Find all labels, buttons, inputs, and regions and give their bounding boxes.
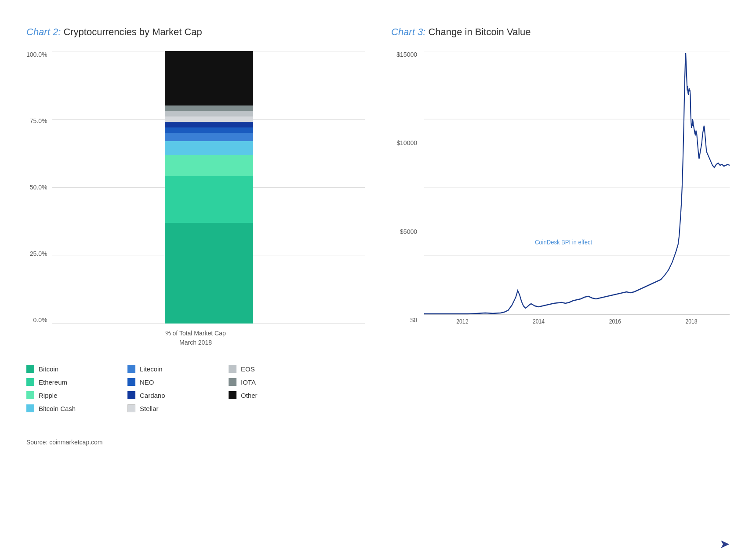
bar-segment-iota [165, 105, 253, 111]
x-label-2014: 2014 [533, 318, 545, 324]
legend-label-litecoin: Litecoin [140, 365, 163, 373]
y-label-10000: $10000 [391, 139, 417, 146]
legend-color-other [229, 391, 236, 399]
y-label-0: 0.0% [26, 316, 47, 324]
legend-item-cardano: Cardano [127, 391, 215, 399]
legend-item-bitcoin: Bitcoin [26, 365, 114, 373]
y-label-0: $0 [391, 316, 417, 324]
line-chart-inner: $15000 $10000 $5000 $0 [391, 51, 730, 324]
legend-color-stellar [127, 404, 135, 412]
legend-label-ethereum: Ethereum [39, 378, 67, 386]
bar-segment-bitcoin-cash [165, 141, 253, 155]
bar-y-axis: 100.0% 75.0% 50.0% 25.0% 0.0% [26, 51, 52, 324]
legend-color-ripple [26, 391, 34, 399]
chart2-label-num: Chart 2: [26, 26, 61, 37]
bar-segment-bitcoin [165, 223, 253, 324]
bar-segment-stellar [165, 116, 253, 122]
chart2-section: Chart 2: Cryptocurrencies by Market Cap … [26, 26, 365, 412]
x-label-2018: 2018 [686, 318, 698, 324]
x-label-2012: 2012 [456, 318, 468, 324]
legend-label-neo: NEO [140, 378, 154, 386]
legend-item-eos: EOS [229, 365, 316, 373]
legend-label-stellar: Stellar [140, 405, 159, 412]
legend-color-eos [229, 365, 236, 373]
legend-color-neo [127, 378, 135, 386]
chart2-title: Chart 2: Cryptocurrencies by Market Cap [26, 26, 365, 38]
legend-label-ripple: Ripple [39, 392, 58, 399]
legend-color-bitcoin [26, 365, 34, 373]
legend-item-ethereum: Ethereum [26, 378, 114, 386]
legend-label-other: Other [241, 392, 258, 399]
legend-item-litecoin: Litecoin [127, 365, 215, 373]
bar-segment-neo [165, 127, 253, 133]
line-y-axis: $15000 $10000 $5000 $0 [391, 51, 424, 324]
legend-item-stellar: Stellar [127, 404, 215, 412]
chart3-title: Chart 3: Change in Bitcoin Value [391, 26, 730, 38]
legend-label-iota: IOTA [241, 378, 256, 386]
source-text: Source: coinmarketcap.com [26, 439, 730, 446]
legend-color-bitcoin-cash [26, 404, 34, 412]
legend-color-cardano [127, 391, 135, 399]
coindesk-label-text: CoinDesk BPI in effect [535, 238, 592, 246]
legend-label-bitcoin: Bitcoin [39, 365, 58, 373]
legend-item-ripple: Ripple [26, 391, 114, 399]
line-chart-svg-area: CoinDesk BPI in effect 2012 2014 2016 20… [424, 51, 730, 324]
chart3-label-num: Chart 3: [391, 26, 425, 37]
legend-label-eos: EOS [241, 365, 255, 373]
legend-item-bitcoin-cash: Bitcoin Cash [26, 404, 114, 412]
watermark: ➤ [720, 537, 730, 551]
y-label-75: 75.0% [26, 117, 47, 124]
bar-segment-ethereum [165, 176, 253, 222]
stacked-bar [165, 51, 253, 324]
legend-label-bitcoin-cash: Bitcoin Cash [39, 405, 76, 412]
legend-color-iota [229, 378, 236, 386]
bitcoin-price-line [424, 53, 730, 314]
bar-chart-area: 100.0% 75.0% 50.0% 25.0% 0.0% [26, 51, 365, 324]
legend-item-other: Other [229, 391, 316, 399]
line-chart-svg: CoinDesk BPI in effect 2012 2014 2016 20… [424, 51, 730, 324]
chart2-label-text: Cryptocurrencies by Market Cap [63, 26, 202, 37]
bar-segment-ripple [165, 155, 253, 177]
chart3-section: Chart 3: Change in Bitcoin Value $15000 … [391, 26, 730, 412]
legend: BitcoinLitecoinEOSEthereumNEOIOTARippleC… [26, 365, 365, 412]
bar-chart-inner [52, 51, 365, 324]
legend-item-iota: IOTA [229, 378, 316, 386]
bar-x-label: % of Total Market Cap March 2018 [26, 329, 365, 347]
bar-segment-cardano [165, 122, 253, 127]
charts-container: Chart 2: Cryptocurrencies by Market Cap … [26, 26, 730, 412]
legend-color-ethereum [26, 378, 34, 386]
y-label-50: 50.0% [26, 184, 47, 191]
legend-item-neo: NEO [127, 378, 215, 386]
legend-label-cardano: Cardano [140, 392, 165, 399]
y-label-15000: $15000 [391, 51, 417, 58]
y-label-5000: $5000 [391, 228, 417, 235]
y-label-100: 100.0% [26, 51, 47, 58]
bar-segment-litecoin [165, 133, 253, 141]
bar-segment-other [165, 51, 253, 105]
chart3-label-text: Change in Bitcoin Value [428, 26, 531, 37]
stacked-bar-wrapper [79, 51, 338, 324]
y-label-25: 25.0% [26, 250, 47, 257]
x-label-2016: 2016 [609, 318, 621, 324]
legend-color-litecoin [127, 365, 135, 373]
bar-segment-eos [165, 111, 253, 116]
line-chart-area: $15000 $10000 $5000 $0 [391, 51, 730, 324]
